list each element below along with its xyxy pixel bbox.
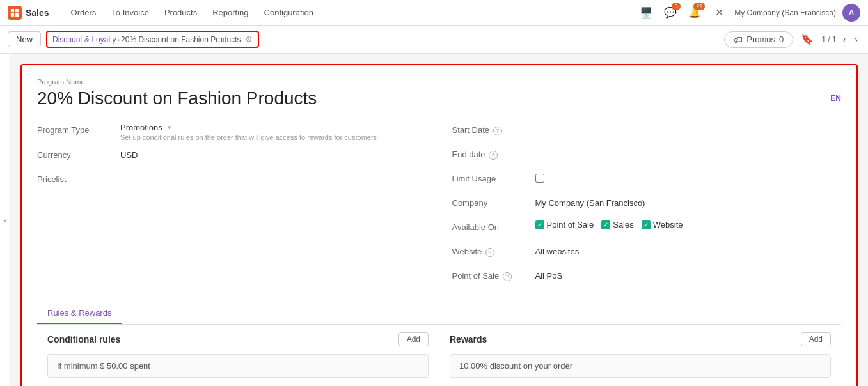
start-date-help-icon[interactable]: ? bbox=[493, 127, 502, 135]
pricelist-row: Pricelist bbox=[37, 172, 427, 190]
form-right: Start Date ? End date ? Limit Usage bbox=[452, 123, 842, 293]
start-date-label: Start Date ? bbox=[452, 123, 535, 135]
sidebar-toggle[interactable]: ◂ bbox=[0, 54, 10, 386]
end-date-value[interactable] bbox=[535, 147, 842, 150]
pagination-text: 1 / 1 bbox=[821, 35, 836, 44]
svg-rect-3 bbox=[15, 13, 19, 16]
two-col-section: Conditional rules Add If minimum $ 50.00… bbox=[37, 325, 841, 385]
promos-count: 0 bbox=[779, 35, 784, 44]
nav-reporting[interactable]: Reporting bbox=[206, 5, 255, 20]
currency-label: Currency bbox=[37, 148, 120, 160]
rewards-header: Rewards Add bbox=[450, 332, 831, 348]
website-value[interactable]: All websites bbox=[535, 244, 842, 256]
pos-label: Point of Sale bbox=[547, 220, 594, 229]
breadcrumb: Discount & Loyalty › 20% Discount on Fas… bbox=[46, 31, 259, 48]
pos-checkbox-label[interactable]: ✓ Point of Sale bbox=[535, 220, 594, 229]
settings-icon-btn[interactable]: ✕ bbox=[710, 4, 728, 22]
limit-usage-label: Limit Usage bbox=[452, 171, 535, 183]
user-avatar[interactable]: A bbox=[842, 4, 860, 22]
nav-products[interactable]: Products bbox=[158, 5, 203, 20]
end-date-row: End date ? bbox=[452, 147, 842, 165]
pos-help-icon[interactable]: ? bbox=[503, 272, 512, 281]
bookmark-icon[interactable]: 🔖 bbox=[801, 33, 814, 45]
form-card: Program Name 20% Discount on Fashion Pro… bbox=[20, 64, 858, 386]
app-name: Sales bbox=[26, 8, 49, 18]
breadcrumb-current: 20% Discount on Fashion Products bbox=[121, 35, 241, 44]
main-container: ◂ Program Name 20% Discount on Fashion P… bbox=[0, 54, 868, 386]
breadcrumb-right: 🏷 Promos 0 🔖 1 / 1 ‹ › bbox=[724, 31, 860, 48]
program-type-value[interactable]: Promotions ▾ bbox=[120, 123, 427, 132]
top-nav: Sales Orders To Invoice Products Reporti… bbox=[0, 0, 868, 26]
notifications-badge: 29 bbox=[693, 3, 705, 10]
pos-icon-btn[interactable]: 🖥️ bbox=[637, 4, 655, 22]
breadcrumb-separator: › bbox=[117, 36, 120, 43]
pricelist-value[interactable] bbox=[120, 172, 427, 174]
company-name: My Company (San Francisco) bbox=[734, 8, 836, 17]
form-main-row: Program Type Promotions ▾ Set up conditi… bbox=[37, 123, 841, 293]
limit-usage-checkbox[interactable] bbox=[535, 174, 544, 183]
conditional-rule-item[interactable]: If minimum $ 50.00 spent bbox=[47, 354, 429, 378]
program-type-row: Program Type Promotions ▾ Set up conditi… bbox=[37, 123, 427, 141]
company-label: Company bbox=[452, 196, 535, 208]
rewards-add-button[interactable]: Add bbox=[801, 332, 831, 346]
svg-rect-0 bbox=[11, 8, 14, 12]
program-type-label: Program Type bbox=[37, 123, 120, 135]
pricelist-label: Pricelist bbox=[37, 172, 120, 184]
sales-checkbox-checked-icon: ✓ bbox=[601, 220, 610, 229]
conditional-rules-header: Conditional rules Add bbox=[47, 332, 429, 348]
breadcrumb-parent-link[interactable]: Discount & Loyalty bbox=[52, 35, 116, 44]
prev-page-button[interactable]: ‹ bbox=[840, 33, 849, 46]
website-label: Website bbox=[653, 220, 683, 229]
limit-usage-row: Limit Usage bbox=[452, 171, 842, 189]
start-date-value[interactable] bbox=[535, 123, 842, 125]
available-on-options: ✓ Point of Sale ✓ Sales ✓ Website bbox=[535, 220, 683, 229]
nav-configuration[interactable]: Configuration bbox=[258, 5, 320, 20]
conditional-rules-section: Conditional rules Add If minimum $ 50.00… bbox=[37, 325, 439, 385]
currency-value[interactable]: USD bbox=[120, 148, 427, 160]
conditional-rules-title: Conditional rules bbox=[47, 334, 120, 344]
gear-icon[interactable]: ⚙ bbox=[245, 35, 253, 44]
conditional-rules-add-button[interactable]: Add bbox=[398, 332, 429, 346]
form-left: Program Type Promotions ▾ Set up conditi… bbox=[37, 123, 427, 293]
nav-right: 🖥️ 💬 3 🔔 29 ✕ My Company (San Francisco)… bbox=[637, 4, 860, 22]
company-value[interactable]: My Company (San Francisco) bbox=[535, 196, 842, 208]
program-name-value[interactable]: 20% Discount on Fashion Products bbox=[37, 88, 830, 109]
promos-label: Promos bbox=[746, 35, 775, 44]
available-on-row: Available On ✓ Point of Sale ✓ Sales bbox=[452, 220, 842, 238]
point-of-sale-row: Point of Sale ? All PoS bbox=[452, 268, 842, 286]
next-page-button[interactable]: › bbox=[852, 33, 860, 46]
reward-item[interactable]: 10.00% discount on your order bbox=[450, 354, 831, 378]
website-help-icon[interactable]: ? bbox=[485, 248, 494, 257]
nav-items: Orders To Invoice Products Reporting Con… bbox=[65, 5, 638, 20]
sales-checkbox-label[interactable]: ✓ Sales bbox=[601, 220, 634, 229]
point-of-sale-value[interactable]: All PoS bbox=[535, 268, 842, 281]
language-badge[interactable]: EN bbox=[830, 94, 841, 103]
website-checkbox-label[interactable]: ✓ Website bbox=[642, 220, 683, 229]
nav-to-invoice[interactable]: To Invoice bbox=[105, 5, 155, 20]
website-checkbox-checked-icon: ✓ bbox=[642, 220, 651, 229]
svg-rect-1 bbox=[15, 8, 19, 12]
website-row: Website ? All websites bbox=[452, 244, 842, 262]
website-field-label: Website ? bbox=[452, 244, 535, 257]
app-logo-icon bbox=[8, 6, 22, 20]
notifications-icon-btn[interactable]: 🔔 29 bbox=[686, 4, 704, 22]
program-type-hint: Set up conditional rules on the order th… bbox=[120, 134, 427, 141]
tabs-row: Rules & Rewards bbox=[37, 303, 841, 325]
content-area: Program Name 20% Discount on Fashion Pro… bbox=[10, 54, 868, 386]
sales-label: Sales bbox=[613, 220, 634, 229]
company-row: Company My Company (San Francisco) bbox=[452, 196, 842, 213]
promos-button[interactable]: 🏷 Promos 0 bbox=[724, 31, 793, 48]
end-date-label: End date ? bbox=[452, 147, 535, 160]
end-date-help-icon[interactable]: ? bbox=[489, 151, 498, 160]
nav-logo: Sales bbox=[8, 6, 59, 20]
tag-icon: 🏷 bbox=[734, 35, 743, 45]
messages-badge: 3 bbox=[672, 3, 681, 10]
rewards-section: Rewards Add 10.00% discount on your orde… bbox=[439, 325, 841, 385]
new-button[interactable]: New bbox=[8, 31, 41, 47]
breadcrumb-bar: New Discount & Loyalty › 20% Discount on… bbox=[0, 26, 868, 54]
messages-icon-btn[interactable]: 💬 3 bbox=[661, 4, 679, 22]
point-of-sale-label: Point of Sale ? bbox=[452, 268, 535, 281]
tab-rules-rewards[interactable]: Rules & Rewards bbox=[37, 303, 122, 324]
pos-checkbox-checked-icon: ✓ bbox=[535, 220, 544, 229]
nav-orders[interactable]: Orders bbox=[65, 5, 103, 20]
